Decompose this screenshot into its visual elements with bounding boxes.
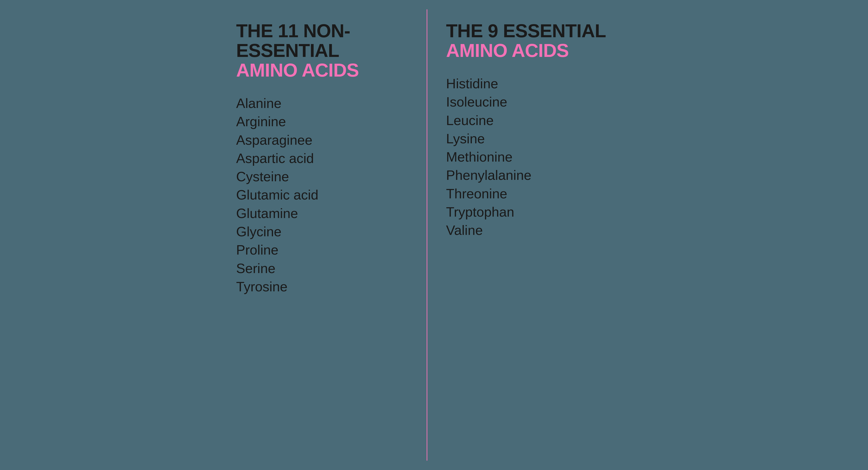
list-item: Tyrosine xyxy=(236,278,413,296)
list-item: Tryptophan xyxy=(446,203,623,221)
list-item: Glycine xyxy=(236,222,413,241)
list-item: Isoleucine xyxy=(446,93,623,111)
list-item: Methionine xyxy=(446,148,623,166)
non-essential-title-line2: AMINO ACIDS xyxy=(236,60,413,80)
essential-title-line2: AMINO ACIDS xyxy=(446,41,623,60)
list-item: Proline xyxy=(236,241,413,259)
essential-panel: THE 9 ESSENTIAL AMINO ACIDS HistidineIso… xyxy=(427,9,637,461)
main-container: THE 11 NON-ESSENTIAL AMINO ACIDS Alanine… xyxy=(218,0,651,470)
non-essential-panel: THE 11 NON-ESSENTIAL AMINO ACIDS Alanine… xyxy=(231,9,428,461)
list-item: Asparaginee xyxy=(236,131,413,149)
list-item: Valine xyxy=(446,221,623,239)
list-item: Cysteine xyxy=(236,167,413,186)
list-item: Histidine xyxy=(446,74,623,93)
non-essential-title-line1: THE 11 NON-ESSENTIAL xyxy=(236,21,413,60)
list-item: Arginine xyxy=(236,113,413,131)
list-item: Threonine xyxy=(446,185,623,203)
list-item: Leucine xyxy=(446,111,623,129)
list-item: Serine xyxy=(236,259,413,278)
essential-list: HistidineIsoleucineLeucineLysineMethioni… xyxy=(446,74,623,240)
list-item: Glutamic acid xyxy=(236,186,413,204)
list-item: Glutamine xyxy=(236,204,413,222)
essential-title-line1: THE 9 ESSENTIAL xyxy=(446,21,623,41)
non-essential-list: AlanineArginineAsparagineeAspartic acidC… xyxy=(236,94,413,296)
list-item: Lysine xyxy=(446,129,623,148)
list-item: Phenylalanine xyxy=(446,166,623,184)
list-item: Aspartic acid xyxy=(236,149,413,167)
list-item: Alanine xyxy=(236,94,413,113)
